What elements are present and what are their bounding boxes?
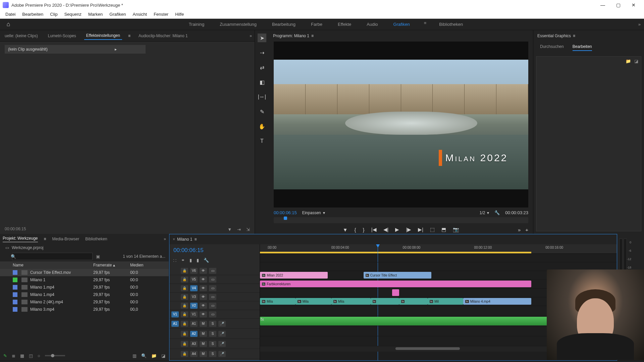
project-tab-menu-icon[interactable]: ≡: [44, 237, 46, 241]
effect-tab-menu-icon[interactable]: ≡: [128, 34, 130, 38]
tab-effect-controls[interactable]: Effekteinstellungen: [84, 32, 122, 40]
menu-grafiken[interactable]: Grafiken: [106, 11, 129, 18]
tab-durchsuchen[interactable]: Durchsuchen: [540, 44, 564, 51]
source-patch-button[interactable]: A1: [171, 321, 179, 327]
export-frame-button[interactable]: 📷: [453, 227, 459, 233]
expand-icon[interactable]: ▸: [115, 47, 117, 52]
project-search-input[interactable]: [12, 253, 93, 260]
timeline-clip[interactable]: fxMilan 2022: [260, 272, 328, 279]
pen-tool-icon[interactable]: ✎: [258, 107, 266, 116]
workspace-audio[interactable]: Audio: [364, 20, 380, 28]
toggle-output-button[interactable]: 👁: [200, 268, 207, 274]
sync-lock-button[interactable]: ▭: [209, 294, 216, 300]
target-track-button[interactable]: A2: [190, 331, 198, 337]
menu-ansicht[interactable]: Ansicht: [129, 11, 150, 18]
tab-audio-mixer[interactable]: Audioclip-Mischer: Milano 1: [137, 32, 190, 40]
workspace-effekte[interactable]: Effekte: [335, 20, 354, 28]
menu-bearbeiten[interactable]: Bearbeiten: [19, 11, 47, 18]
sync-lock-button[interactable]: ▭: [209, 285, 216, 291]
go-to-in-button[interactable]: |◀: [371, 227, 377, 233]
add-marker-button[interactable]: ▼: [343, 227, 348, 233]
toggle-output-button[interactable]: 👁: [200, 311, 207, 317]
sync-lock-button[interactable]: ▭: [209, 311, 216, 317]
marker-icon[interactable]: ▮: [190, 258, 192, 263]
scrollbar-thumb[interactable]: [395, 347, 460, 350]
program-monitor[interactable]: Milan 2022: [274, 42, 528, 207]
maximize-button[interactable]: ▢: [610, 0, 626, 10]
lock-track-button[interactable]: 🔒: [181, 303, 188, 309]
menu-datei[interactable]: Datei: [2, 11, 19, 18]
solo-button[interactable]: S: [209, 331, 216, 337]
audio-clip[interactable]: fx: [260, 317, 581, 325]
pencil-icon[interactable]: ✎: [3, 353, 7, 358]
home-icon[interactable]: ⌂: [3, 19, 13, 29]
sync-lock-button[interactable]: ▭: [209, 303, 216, 309]
snap-icon[interactable]: ⸬: [173, 258, 176, 263]
tab-source[interactable]: uelle: (keine Clips): [3, 32, 40, 40]
column-media[interactable]: Medien: [130, 263, 166, 267]
target-track-button[interactable]: V5: [190, 277, 198, 283]
menu-clip[interactable]: Clip: [47, 11, 61, 18]
new-layer-icon[interactable]: ◪: [634, 59, 638, 64]
play-button[interactable]: ▶: [395, 227, 399, 233]
workspace-farbe[interactable]: Farbe: [308, 20, 325, 28]
source-patch-button[interactable]: V1: [171, 311, 179, 317]
step-forward-button[interactable]: |▶: [406, 227, 411, 233]
source-tabs-overflow-icon[interactable]: »: [250, 34, 252, 38]
go-to-out-button[interactable]: ▶|: [418, 227, 423, 233]
target-track-button[interactable]: V6: [190, 268, 198, 274]
extract-button[interactable]: ⬒: [441, 227, 446, 233]
wrench-icon[interactable]: 🔧: [204, 258, 209, 263]
mark-in-button[interactable]: {: [355, 227, 356, 233]
target-track-button[interactable]: A1: [190, 321, 198, 327]
lock-track-button[interactable]: 🔒: [181, 285, 188, 291]
timeline-clip[interactable]: fxCursor Title Effect: [364, 272, 431, 279]
folder-icon[interactable]: 📁: [626, 59, 631, 64]
new-bin-icon[interactable]: 📁: [151, 353, 157, 358]
target-track-button[interactable]: V2: [190, 303, 198, 309]
target-track-button[interactable]: A4: [190, 351, 198, 357]
workspace-grafiken[interactable]: Grafiken: [391, 20, 413, 28]
list-view-icon[interactable]: ≣: [12, 353, 15, 358]
timeline-clip[interactable]: fx: [399, 298, 428, 305]
solo-button[interactable]: S: [209, 351, 216, 357]
target-track-button[interactable]: V4: [190, 285, 198, 291]
razor-tool-icon[interactable]: ◧: [258, 78, 266, 86]
project-item-row[interactable]: Milano 2 (4K).mp429,97 fps00:0: [0, 298, 169, 306]
toggle-output-button[interactable]: 👁: [200, 285, 207, 291]
project-item-row[interactable]: Milano 3.mp429,97 fps00,0: [0, 306, 169, 313]
lock-track-button[interactable]: 🔒: [181, 294, 188, 300]
program-menu-icon[interactable]: ≡: [311, 34, 314, 38]
sync-lock-button[interactable]: ▭: [209, 268, 216, 274]
lock-track-button[interactable]: 🔒: [181, 331, 188, 337]
timeline-clip[interactable]: fxMila: [296, 298, 331, 305]
lock-track-button[interactable]: 🔒: [181, 277, 188, 283]
lock-track-button[interactable]: 🔒: [181, 341, 188, 347]
timeline-clip[interactable]: fxMilano 4.mp4: [463, 298, 531, 305]
lock-track-button[interactable]: 🔒: [181, 321, 188, 327]
type-tool-icon[interactable]: T: [258, 137, 266, 145]
timeline-ruler[interactable]: :00:0000:00:04:0000:00:08:0000:00:12:000…: [260, 244, 617, 254]
new-item-icon[interactable]: ◪: [161, 353, 165, 358]
project-item-row[interactable]: Milano 1.mp429,97 fps00:0: [0, 284, 169, 291]
ripple-edit-tool-icon[interactable]: ⇄: [258, 63, 266, 72]
timeline-clip[interactable]: fxMila: [260, 298, 296, 305]
voiceover-button[interactable]: 🎤: [218, 331, 226, 337]
timeline-clip[interactable]: fxFarbkorrekturen: [260, 281, 531, 287]
solo-button[interactable]: S: [209, 341, 216, 347]
toggle-output-button[interactable]: 👁: [200, 294, 207, 300]
timeline-timecode[interactable]: 00:00:06:15: [169, 244, 260, 256]
column-name[interactable]: Name: [3, 263, 93, 267]
voiceover-button[interactable]: 🎤: [218, 351, 226, 357]
toggle-output-button[interactable]: 👁: [200, 303, 207, 309]
zoom-fit-select[interactable]: Einpassen▾: [302, 210, 325, 215]
project-item-row[interactable]: Cursor Title Effect.mov29,97 fps00:0: [0, 269, 169, 276]
menu-sequenz[interactable]: Sequenz: [61, 11, 85, 18]
freeform-view-icon[interactable]: ◫: [29, 353, 33, 358]
zoom-out-icon[interactable]: ○: [38, 353, 40, 358]
program-playhead-icon[interactable]: [284, 217, 287, 220]
tab-bearbeiten[interactable]: Bearbeiten: [573, 44, 592, 51]
close-sequence-icon[interactable]: ×: [173, 237, 175, 242]
hand-tool-icon[interactable]: ✋: [258, 122, 266, 131]
workspace-menu-icon[interactable]: ≡: [424, 20, 427, 28]
